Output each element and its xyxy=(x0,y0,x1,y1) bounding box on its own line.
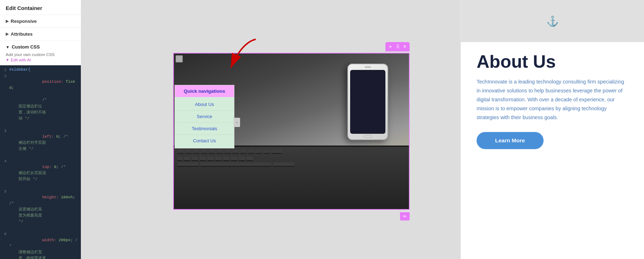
ai-sparkle-icon: ✦ xyxy=(6,57,9,62)
left-panel: Edit Container ▶ Responsive ▶ Attributes… xyxy=(0,0,81,259)
edit-with-ai-button[interactable]: ✦ Edit with AI xyxy=(0,57,81,65)
nav-item-service[interactable]: Service xyxy=(175,111,234,123)
css-line-3: 3 left: 0; /* 侧边栏对齐页面 左侧 */ xyxy=(0,128,81,158)
attributes-arrow: ▶ xyxy=(6,32,9,36)
css-line-2: 2 position: fixed; /* 固定侧边栏位 置，滚动时不移 动 *… xyxy=(0,73,81,127)
custom-css-header[interactable]: ▼ Custom CSS xyxy=(0,41,81,51)
canvas-area[interactable]: Quick navigations About Us Service Testi… xyxy=(81,0,461,259)
edit-with-ai-label: Edit with AI xyxy=(11,58,31,62)
toolbar-add-button[interactable]: + xyxy=(388,43,393,50)
nav-item-about[interactable]: About Us xyxy=(175,98,234,111)
css-line-1: 1 #sidebar{ xyxy=(0,67,81,73)
nav-item-testimonials[interactable]: Testimonials xyxy=(175,123,234,135)
nav-sidebar: Quick navigations About Us Service Testi… xyxy=(175,85,234,148)
right-top-bar: ⚓ xyxy=(461,0,644,42)
nav-sidebar-title: Quick navigations xyxy=(175,85,234,97)
about-body-text: TechInnovate is a leading technology con… xyxy=(477,77,628,122)
custom-css-arrow: ▼ xyxy=(6,45,10,49)
container-corner-icon xyxy=(176,55,183,62)
responsive-section[interactable]: ▶ Responsive xyxy=(0,15,81,28)
about-content: About Us TechInnovate is a leading techn… xyxy=(477,46,628,149)
learn-more-button[interactable]: Learn More xyxy=(477,132,544,149)
attributes-section[interactable]: ▶ Attributes xyxy=(0,28,81,41)
about-heading: About Us xyxy=(477,52,628,72)
nav-sidebar-items: About Us Service Testimonials Contact Us xyxy=(175,97,234,148)
sidebar-collapse-button[interactable]: ‹ xyxy=(234,118,240,127)
anchor-icon: ⚓ xyxy=(546,15,559,27)
css-line-6: 6 width: 200px; /* 调整侧边栏宽 度，根据需求更 改 */ xyxy=(0,231,81,259)
edit-pencil-button[interactable]: ✏ xyxy=(400,212,410,220)
panel-title: Edit Container xyxy=(0,0,81,15)
container-toolbar: + ⠿ × xyxy=(385,42,410,51)
responsive-arrow: ▶ xyxy=(6,19,9,24)
css-editor[interactable]: 1 #sidebar{ 2 position: fixed; /* 固定侧边栏位… xyxy=(0,65,81,259)
toolbar-close-button[interactable]: × xyxy=(402,43,407,50)
responsive-label: Responsive xyxy=(11,19,37,24)
custom-css-section: ▼ Custom CSS Add your own custom CSS ✦ E… xyxy=(0,41,81,259)
phone-device xyxy=(347,64,388,140)
attributes-label: Attributes xyxy=(11,31,32,37)
toolbar-drag-handle[interactable]: ⠿ xyxy=(395,44,400,50)
right-panel: ⚓ About Us TechInnovate is a leading tec… xyxy=(461,0,644,259)
nav-item-contact[interactable]: Contact Us xyxy=(175,135,234,147)
add-css-hint: Add your own custom CSS xyxy=(0,51,81,57)
main-content: Quick navigations About Us Service Testi… xyxy=(81,0,644,259)
custom-css-label: Custom CSS xyxy=(12,44,40,50)
laptop-keyboard xyxy=(173,146,410,210)
css-line-4: 4 top: 0; /* 侧边栏从页面顶 部开始 */ xyxy=(0,158,81,188)
css-line-5: 5 height: 100vh; /* 设置侧边栏高 度为视窗高度 */ xyxy=(0,188,81,231)
